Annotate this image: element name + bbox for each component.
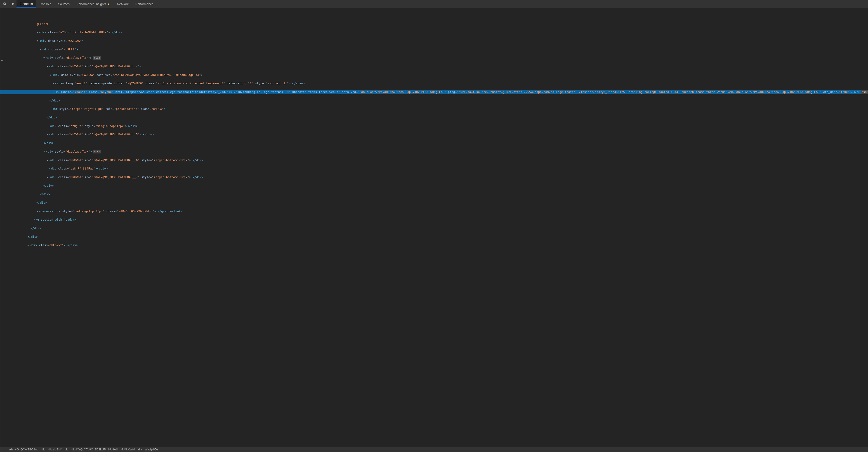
devtools-panel: Elements Console Sources Performance ins… (0, 0, 868, 452)
dom-line[interactable]: <div class="ez8jFf SjfFge"></div> (0, 167, 868, 171)
gutter-ellipsis-icon: ⋯ (1, 58, 3, 63)
elements-tree[interactable]: ⋯ gFEAA"> ▸<div class="e2BEnf U7izfe hWI… (0, 8, 868, 447)
tab-elements[interactable]: Elements (17, 0, 36, 8)
crumb[interactable]: ader.yG4QQe.TBC9ub (8, 448, 38, 451)
device-toggle-icon[interactable] (9, 1, 15, 7)
crumb-ellipsis[interactable]: … (2, 448, 5, 451)
tab-performance[interactable]: Performance (132, 0, 157, 8)
dom-line[interactable]: </div> (0, 184, 868, 188)
dom-line[interactable]: gFEAA"> (0, 22, 868, 26)
dom-line[interactable]: ▸<span lang="en-US" data-aosp-identifier… (0, 82, 868, 86)
flex-badge[interactable]: flex (93, 150, 101, 154)
flex-badge[interactable]: flex (861, 90, 868, 94)
dom-line[interactable]: <div class="ez8jFf" style="margin-top:12… (0, 124, 868, 128)
crumb[interactable]: div (138, 448, 142, 451)
dom-line[interactable]: </div> (0, 141, 868, 145)
dom-line[interactable]: </div> (0, 201, 868, 205)
dom-line[interactable]: ▾<div data-hveid="CAQQAA" data-ved="2ahU… (0, 73, 868, 77)
dom-line[interactable]: </div> (0, 192, 868, 196)
inspect-icon[interactable] (2, 1, 8, 7)
devtools-tabbar: Elements Console Sources Performance ins… (0, 0, 868, 8)
dom-line[interactable]: ▾<div class="aUSklf"> (0, 47, 868, 52)
crumb[interactable]: div#OrQoY7q9C_2D3LUPntKU8AU__4.MkXWrd (71, 448, 135, 451)
dom-line[interactable]: ▸<div class="ULSxyf">…</div> (0, 243, 868, 248)
dom-line[interactable]: </div> (0, 235, 868, 239)
dom-line[interactable]: ▾<div class="MkXWrd" id="OrQoY7q9C_2D3LU… (0, 64, 868, 69)
svg-rect-2 (13, 4, 14, 5)
flex-badge[interactable]: flex (93, 56, 101, 60)
tab-sources[interactable]: Sources (55, 0, 73, 8)
tab-performance-insights[interactable]: Performance insights▲ (73, 0, 113, 8)
svg-rect-1 (11, 3, 12, 5)
dom-line[interactable]: ▸<g-more-link style="padding-top:16px" c… (0, 209, 868, 214)
tab-console[interactable]: Console (36, 0, 54, 8)
dom-line[interactable]: ▸<div class="e2BEnf U7izfe hWIMdd q8U8x"… (0, 30, 868, 35)
dom-line[interactable]: ▸<div class="MkXWrd" id="OrQoY7q9C_2D3LU… (0, 132, 868, 137)
crumb[interactable]: div (65, 448, 68, 451)
dom-line[interactable]: </div> (0, 99, 868, 103)
crumb[interactable]: div.aUSklf (49, 448, 61, 451)
dom-line-selected[interactable]: ▸<a jsname="YKoRaf" class="WlydOe" href=… (0, 90, 868, 94)
dom-line[interactable]: ▸<div class="MkXWrd" id="OrQoY7q9C_2D3LU… (0, 158, 868, 162)
dom-line[interactable]: ▸<div class="MkXWrd" id="OrQoY7q9C_2D3LU… (0, 175, 868, 180)
dom-line[interactable]: ▾<div style="display:flex">flex (0, 56, 868, 60)
dom-line[interactable]: </g-section-with-header> (0, 218, 868, 222)
tab-label: Performance insights (76, 2, 106, 6)
tab-network[interactable]: Network (114, 0, 131, 8)
dom-line[interactable]: ▾<div data-hveid="CAkQAA"> (0, 39, 868, 43)
breadcrumb[interactable]: … ader.yG4QQe.TBC9ub div div.aUSklf div … (0, 447, 868, 452)
crumb[interactable]: div (41, 448, 45, 451)
warning-icon: ▲ (107, 2, 110, 6)
dom-line[interactable]: </div> (0, 116, 868, 120)
dom-line[interactable]: <hr style="margin-right:12px" role="pres… (0, 107, 868, 111)
crumb[interactable]: a.WlydOe (145, 448, 158, 451)
dom-line[interactable]: </div> (0, 226, 868, 230)
dom-line[interactable]: ▾<div style="display:flex">flex (0, 150, 868, 154)
